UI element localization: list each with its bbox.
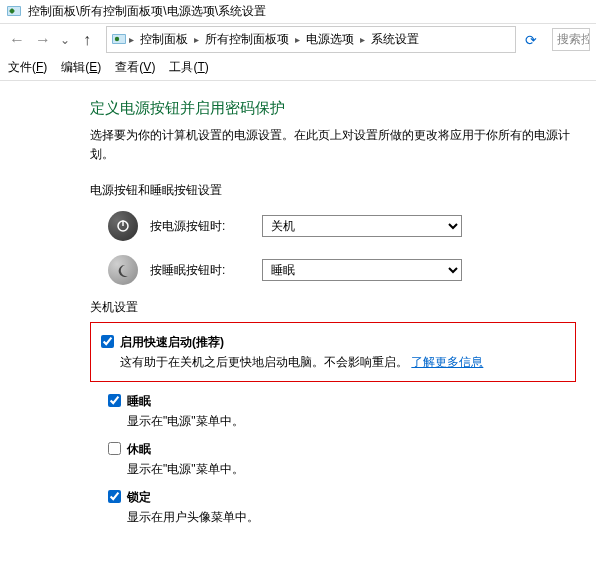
navbar: ← → ⌄ ↑ ▸ 控制面板 ▸ 所有控制面板项 ▸ 电源选项 ▸ 系统设置 ⟳… <box>0 23 596 55</box>
fast-startup-sub: 这有助于在关机之后更快地启动电脑。不会影响重启。 <box>120 355 408 369</box>
highlight-box: 启用快速启动(推荐) 这有助于在关机之后更快地启动电脑。不会影响重启。 了解更多… <box>90 322 576 382</box>
menubar: 文件(F) 编辑(E) 查看(V) 工具(T) <box>0 55 596 81</box>
hibernate-checkbox[interactable] <box>108 442 121 455</box>
sleep-button-select[interactable]: 睡眠 <box>262 259 462 281</box>
search-input[interactable]: 搜索控 <box>552 28 590 51</box>
breadcrumb-seg[interactable]: 系统设置 <box>367 29 423 50</box>
chevron-right-icon[interactable]: ▸ <box>295 34 300 45</box>
sleep-icon <box>108 255 138 285</box>
hibernate-sub: 显示在"电源"菜单中。 <box>127 460 244 478</box>
up-button[interactable]: ↑ <box>76 29 98 51</box>
breadcrumb-seg[interactable]: 控制面板 <box>136 29 192 50</box>
learn-more-link[interactable]: 了解更多信息 <box>411 355 483 369</box>
svg-point-2 <box>10 8 14 12</box>
breadcrumb-seg[interactable]: 电源选项 <box>302 29 358 50</box>
fast-startup-checkbox[interactable] <box>101 335 114 348</box>
menu-view[interactable]: 查看(V) <box>115 59 155 76</box>
hibernate-row: 休眠 显示在"电源"菜单中。 <box>108 440 576 478</box>
section-label-buttons: 电源按钮和睡眠按钮设置 <box>90 182 576 199</box>
section-label-shutdown: 关机设置 <box>90 299 576 316</box>
hibernate-label: 休眠 <box>127 442 151 456</box>
content: 定义电源按钮并启用密码保护 选择要为你的计算机设置的电源设置。在此页上对设置所做… <box>0 81 596 536</box>
recent-dropdown-icon[interactable]: ⌄ <box>58 33 72 47</box>
breadcrumb[interactable]: ▸ 控制面板 ▸ 所有控制面板项 ▸ 电源选项 ▸ 系统设置 <box>106 26 516 53</box>
lock-checkbox[interactable] <box>108 490 121 503</box>
titlebar: 控制面板\所有控制面板项\电源选项\系统设置 <box>0 0 596 23</box>
chevron-right-icon[interactable]: ▸ <box>129 34 134 45</box>
svg-point-5 <box>115 36 119 40</box>
chevron-right-icon[interactable]: ▸ <box>360 34 365 45</box>
power-icon <box>108 211 138 241</box>
lock-row: 锁定 显示在用户头像菜单中。 <box>108 488 576 526</box>
sleep-button-row: 按睡眠按钮时: 睡眠 <box>108 255 576 285</box>
power-button-row: 按电源按钮时: 关机 <box>108 211 576 241</box>
chevron-right-icon[interactable]: ▸ <box>194 34 199 45</box>
back-button[interactable]: ← <box>6 29 28 51</box>
window-title: 控制面板\所有控制面板项\电源选项\系统设置 <box>28 3 266 20</box>
control-panel-icon <box>111 32 127 48</box>
sleep-sub: 显示在"电源"菜单中。 <box>127 412 244 430</box>
fast-startup-row: 启用快速启动(推荐) 这有助于在关机之后更快地启动电脑。不会影响重启。 了解更多… <box>101 333 561 371</box>
breadcrumb-seg[interactable]: 所有控制面板项 <box>201 29 293 50</box>
menu-edit[interactable]: 编辑(E) <box>61 59 101 76</box>
page-heading: 定义电源按钮并启用密码保护 <box>90 99 576 118</box>
power-button-label: 按电源按钮时: <box>150 218 250 235</box>
page-description: 选择要为你的计算机设置的电源设置。在此页上对设置所做的更改将应用于你所有的电源计… <box>90 126 576 164</box>
sleep-label: 睡眠 <box>127 394 151 408</box>
lock-label: 锁定 <box>127 490 151 504</box>
fast-startup-label: 启用快速启动(推荐) <box>120 335 224 349</box>
control-panel-icon <box>6 4 22 20</box>
refresh-button[interactable]: ⟳ <box>520 32 542 48</box>
lock-sub: 显示在用户头像菜单中。 <box>127 508 259 526</box>
sleep-checkbox[interactable] <box>108 394 121 407</box>
sleep-button-label: 按睡眠按钮时: <box>150 262 250 279</box>
sleep-row: 睡眠 显示在"电源"菜单中。 <box>108 392 576 430</box>
menu-file[interactable]: 文件(F) <box>8 59 47 76</box>
forward-button[interactable]: → <box>32 29 54 51</box>
power-button-select[interactable]: 关机 <box>262 215 462 237</box>
menu-tools[interactable]: 工具(T) <box>169 59 208 76</box>
